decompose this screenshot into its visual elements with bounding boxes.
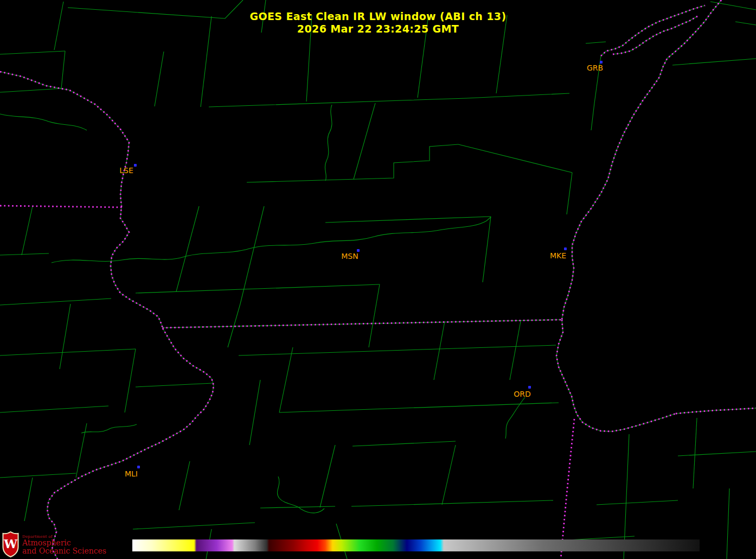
county-line xyxy=(136,383,213,387)
logo-text: Department of Atmospheric and Oceanic Sc… xyxy=(22,531,106,555)
satellite-viewer: GOES East Clean IR LW window (ABI ch 13)… xyxy=(0,0,756,559)
county-line xyxy=(0,349,136,355)
image-title-block: GOES East Clean IR LW window (ABI ch 13)… xyxy=(0,10,756,35)
river-bank xyxy=(47,328,214,559)
county-line xyxy=(710,2,756,10)
uw-crest-icon: W xyxy=(2,531,19,557)
river-bank xyxy=(0,72,163,328)
station-label-lse: LSE xyxy=(119,166,133,175)
county-line xyxy=(369,284,380,347)
temperature-colorbar xyxy=(132,539,700,551)
aos-logo: W Department of Atmospheric and Oceanic … xyxy=(2,531,106,557)
county-line xyxy=(727,488,729,559)
county-line xyxy=(279,347,293,412)
image-title: GOES East Clean IR LW window (ABI ch 13) xyxy=(0,10,756,23)
county-line xyxy=(125,349,136,412)
state-border-dotted xyxy=(556,320,676,431)
county-line xyxy=(76,423,87,478)
logo-line1: Atmospheric xyxy=(22,539,106,547)
county-line xyxy=(434,321,445,380)
county-line xyxy=(353,441,456,446)
state-border-dotted xyxy=(561,419,574,559)
station-label-mke: MKE xyxy=(550,251,566,260)
county-line xyxy=(133,523,255,529)
county-line xyxy=(458,144,572,173)
station-label-mli: MLI xyxy=(125,469,138,478)
county-line xyxy=(136,284,380,293)
station-dot-ord xyxy=(528,386,531,389)
shoreline xyxy=(162,320,562,328)
county-line xyxy=(247,144,458,182)
state-border-dotted xyxy=(0,72,163,328)
state-border-dotted xyxy=(562,0,721,320)
station-label-msn: MSN xyxy=(341,252,358,261)
county-line xyxy=(0,298,111,305)
station-label-grb: GRB xyxy=(587,63,603,72)
crest-letter: W xyxy=(3,537,17,551)
county-line xyxy=(0,253,49,255)
state-border-dotted xyxy=(676,408,756,414)
county-line xyxy=(0,51,65,54)
county-line xyxy=(510,321,521,380)
state-border-dotted xyxy=(0,206,124,207)
county-line xyxy=(325,217,491,223)
county-line xyxy=(61,51,65,88)
county-line xyxy=(24,478,33,521)
county-line xyxy=(320,445,335,507)
county-line xyxy=(678,452,756,456)
county-line xyxy=(672,59,756,65)
shoreline xyxy=(562,0,721,320)
county-line xyxy=(597,500,678,505)
county-line xyxy=(22,206,33,255)
county-line xyxy=(155,52,164,106)
county-line xyxy=(0,473,76,478)
county-line xyxy=(567,173,572,214)
county-line xyxy=(0,406,108,412)
county-line xyxy=(0,88,61,92)
county-line xyxy=(209,93,569,107)
county-line xyxy=(176,206,199,291)
county-line xyxy=(354,103,375,179)
station-dot-lse xyxy=(134,164,137,167)
county-line xyxy=(249,380,260,445)
county-line xyxy=(239,345,556,355)
county-line xyxy=(442,445,456,505)
logo-line2: and Oceanic Sciences xyxy=(22,547,106,555)
county-line xyxy=(483,217,491,282)
county-line xyxy=(60,304,71,369)
river-line xyxy=(52,217,491,263)
county-line xyxy=(351,500,553,506)
shoreline xyxy=(556,320,676,431)
station-dot-mke xyxy=(564,247,567,250)
satellite-map xyxy=(0,0,756,559)
station-label-ord: ORD xyxy=(514,390,531,398)
image-timestamp: 2026 Mar 22 23:24:25 GMT xyxy=(0,23,756,35)
river-line xyxy=(81,424,137,433)
county-line xyxy=(586,42,606,43)
river-line xyxy=(0,114,87,130)
state-border-dotted xyxy=(47,328,214,559)
station-dot-mli xyxy=(137,466,140,468)
river-line xyxy=(505,397,525,439)
county-line xyxy=(279,403,559,412)
county-line xyxy=(693,418,697,488)
county-line xyxy=(179,461,190,510)
river-line xyxy=(325,105,332,181)
